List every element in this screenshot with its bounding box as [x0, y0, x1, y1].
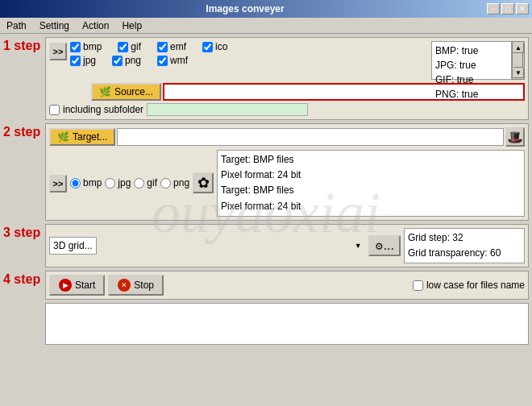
checkbox-row-2: jpg png wmf	[70, 55, 430, 66]
step2-expand-button[interactable]: >>	[49, 175, 67, 193]
checkbox-jpg[interactable]: jpg	[70, 55, 96, 66]
minimize-button[interactable]: −	[487, 3, 500, 14]
info-line-3: PNG: true	[435, 87, 508, 102]
source-icon: 🌿	[99, 86, 111, 97]
subfolder-row: including subfolder	[49, 103, 525, 116]
step4-label: 4 step	[3, 271, 45, 287]
radio-png[interactable]: png	[160, 177, 189, 188]
step3-info-1: Grid transparency: 60	[408, 246, 521, 261]
window-title: Images conveyer	[3, 3, 487, 14]
stop-button[interactable]: ✕ Stop	[108, 275, 164, 296]
checkbox-bmp[interactable]: bmp	[70, 41, 102, 52]
menu-bar: Path Setting Action Help	[0, 18, 532, 34]
format-flower-button[interactable]: ✿	[193, 172, 214, 193]
step2-info-3: Pixel format: 24 bit	[221, 199, 521, 214]
step2-row: 2 step 🌿 Target... 🎩 >> bmp	[3, 123, 529, 221]
source-button[interactable]: 🌿 Source...	[91, 83, 161, 101]
step1-row: 1 step >> bmp gif e	[3, 37, 529, 120]
step2-format-row: >> bmp jpg gif png ✿	[49, 150, 525, 217]
info-line-2: GIF: true	[435, 72, 508, 87]
menu-action[interactable]: Action	[79, 19, 112, 32]
info-line-1: JPG: true	[435, 58, 508, 72]
step2-info-0: Target: BMP files	[221, 152, 521, 168]
step1-scrollbar[interactable]: ▲ ▼	[512, 41, 525, 80]
checkbox-gif[interactable]: gif	[118, 41, 141, 52]
checkbox-ico[interactable]: ico	[202, 41, 227, 52]
scroll-thumb[interactable]	[513, 53, 523, 68]
target-icon: 🌿	[57, 131, 69, 143]
subfolder-input-area	[147, 103, 308, 116]
low-case-row: low case for files name	[413, 280, 525, 291]
step3-label: 3 step	[3, 224, 45, 240]
step1-expand-button[interactable]: >>	[49, 43, 67, 60]
menu-setting[interactable]: Setting	[36, 19, 73, 32]
step2-label: 2 step	[3, 123, 45, 139]
subfolder-label: including subfolder	[63, 104, 143, 115]
target-input[interactable]	[117, 128, 504, 146]
menu-path[interactable]: Path	[3, 19, 30, 32]
low-case-checkbox[interactable]	[413, 280, 423, 291]
step4-row: 4 step ▶ Start ✕ Stop low case for files…	[3, 271, 529, 300]
log-area-wrapper	[45, 303, 529, 345]
scroll-up-arrow[interactable]: ▲	[513, 43, 524, 53]
step2-info-1: Pixel format: 24 bit	[221, 168, 521, 183]
radio-gif[interactable]: gif	[134, 177, 157, 188]
step3-row: 3 step 3D grid... ⚙... Grid step: 32 Gri…	[3, 224, 529, 267]
step2-info-2: Target: BMP files	[221, 183, 521, 198]
target-hat-button[interactable]: 🎩	[505, 127, 525, 147]
target-row: 🌿 Target... 🎩	[49, 127, 525, 147]
step1-info-panel: BMP: true JPG: true GIF: true PNG: true	[431, 41, 512, 80]
maximize-button[interactable]: □	[501, 3, 514, 14]
checkbox-png[interactable]: png	[112, 55, 141, 66]
close-button[interactable]: ✕	[516, 3, 529, 14]
radio-bmp[interactable]: bmp	[70, 177, 102, 188]
grid-select[interactable]: 3D grid...	[49, 237, 97, 255]
title-bar: Images conveyer − □ ✕	[0, 0, 532, 18]
info-line-0: BMP: true	[435, 44, 508, 58]
target-button[interactable]: 🌿 Target...	[49, 128, 115, 146]
grid-gear-button[interactable]: ⚙...	[368, 235, 401, 256]
low-case-label: low case for files name	[426, 280, 525, 291]
scroll-down-arrow[interactable]: ▼	[513, 68, 524, 78]
step3-info-panel: Grid step: 32 Grid transparency: 60	[404, 228, 525, 263]
main-content: ouyaoxiai 1 step >> bmp gif	[0, 34, 532, 406]
step1-info-area: BMP: true JPG: true GIF: true PNG: true …	[431, 41, 525, 80]
step1-checkboxes: bmp gif emf ico	[70, 41, 430, 68]
checkbox-row-1: bmp gif emf ico	[70, 41, 430, 52]
subfolder-checkbox[interactable]	[49, 105, 60, 115]
step1-label: 1 step	[3, 37, 45, 53]
step2-info-panel: Target: BMP files Pixel format: 24 bit T…	[217, 150, 525, 217]
radio-jpg[interactable]: jpg	[105, 177, 131, 188]
step1-panel: >> bmp gif emf	[49, 41, 525, 80]
step1-checks-expand: >> bmp gif emf	[49, 41, 430, 68]
log-area[interactable]	[45, 303, 529, 345]
step3-info-0: Grid step: 32	[408, 230, 521, 246]
grid-select-wrapper: 3D grid...	[49, 237, 365, 255]
start-icon: ▶	[59, 279, 72, 292]
checkbox-wmf[interactable]: wmf	[157, 55, 188, 66]
stop-icon: ✕	[118, 279, 131, 292]
gear-icon: ⚙	[375, 241, 384, 252]
window-controls: − □ ✕	[487, 3, 529, 14]
start-button[interactable]: ▶ Start	[49, 275, 105, 296]
menu-help[interactable]: Help	[118, 19, 145, 32]
checkbox-emf[interactable]: emf	[157, 41, 186, 52]
